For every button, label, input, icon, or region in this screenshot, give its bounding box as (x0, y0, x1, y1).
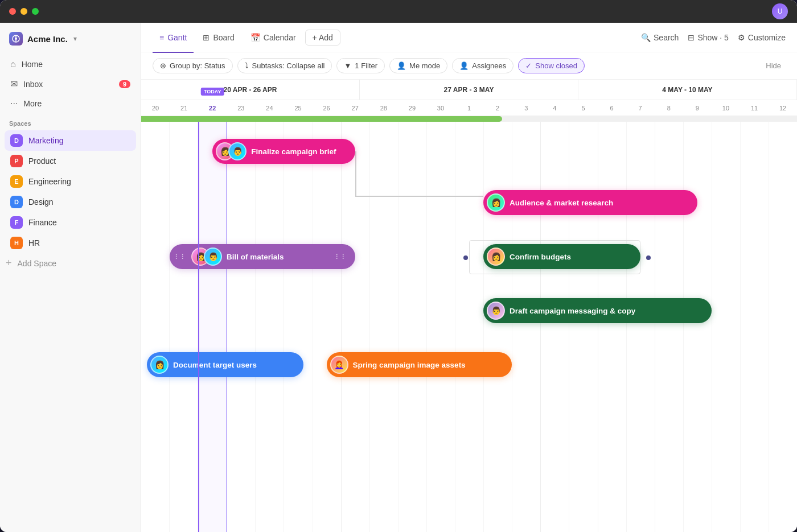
col-1 (170, 122, 198, 532)
subtasks-chip[interactable]: ⤵ Subtasks: Collapse all (237, 58, 332, 73)
group-icon: ⊛ (160, 61, 166, 70)
task-label: Spring campaign image assets (353, 361, 466, 369)
sidebar-item-more[interactable]: ··· More (5, 94, 136, 113)
col-6 (313, 122, 342, 532)
design-badge: D (10, 196, 23, 208)
avatar-6: 👩 (150, 356, 169, 374)
gantt-scroll[interactable]: 👩 👨 Finalize campaign brief 👩 (141, 122, 797, 532)
day-24: 24 (255, 100, 284, 116)
group-by-status-chip[interactable]: ⊛ Group by: Status (153, 58, 233, 73)
col-5 (284, 122, 313, 532)
show-closed-chip[interactable]: ✓ Show closed (518, 58, 585, 73)
minimize-button[interactable] (20, 8, 27, 15)
col-21 (741, 122, 769, 532)
task-bill-of-materials[interactable]: ⋮⋮ 👩 👨 Bill of materials ⋮⋮ (170, 244, 355, 269)
col-10 (427, 122, 455, 532)
home-label: Home (22, 60, 43, 69)
add-view-button[interactable]: + Add (305, 30, 340, 46)
logo-icon (9, 32, 23, 46)
day-11: 11 (740, 100, 769, 116)
col-20 (712, 122, 741, 532)
app-window: U Acme Inc. ▾ ⌂ Home ✉ Inbox 9 (0, 0, 797, 532)
search-label: Search (654, 33, 679, 42)
hide-button[interactable]: Hide (761, 59, 786, 73)
day-numbers-row: 20 21 22 TODAY 23 24 25 26 27 28 29 30 (141, 100, 797, 116)
engineering-label: Engineering (28, 177, 71, 186)
sidebar-logo[interactable]: Acme Inc. ▾ (0, 32, 141, 55)
customize-button[interactable]: ⚙ Customize (738, 33, 786, 42)
sidebar-item-hr[interactable]: H HR (5, 233, 136, 253)
subtasks-label: Subtasks: Collapse all (252, 61, 325, 70)
task-audience-market-research[interactable]: 👩 Audience & market research (483, 190, 697, 215)
me-mode-chip[interactable]: 👤 Me mode (389, 58, 447, 73)
tab-gantt[interactable]: ≡ Gantt (153, 30, 194, 46)
day-21: 21 (170, 100, 198, 116)
sidebar-item-marketing[interactable]: D Marketing (5, 130, 136, 151)
task-label: Audience & market research (510, 199, 613, 207)
task-confirm-budgets[interactable]: 👩 Confirm budgets (483, 244, 640, 269)
task-document-target-users[interactable]: 👩 Document target users (147, 352, 303, 377)
traffic-lights (9, 8, 39, 15)
today-label: TODAY (201, 88, 224, 96)
marketing-label: Marketing (28, 136, 63, 145)
col-18 (655, 122, 684, 532)
sidebar-item-product[interactable]: P Product (5, 151, 136, 171)
maximize-button[interactable] (32, 8, 39, 15)
task-label: Bill of materials (227, 253, 284, 261)
show-button[interactable]: ⊟ Show · 5 (688, 33, 728, 42)
day-30: 30 (426, 100, 455, 116)
drag-left[interactable]: ⋮⋮ (173, 253, 186, 261)
col-today (198, 122, 227, 532)
show-closed-label: Show closed (535, 61, 577, 70)
filter-chip[interactable]: ▼ 1 Filter (336, 58, 385, 73)
subtask-icon: ⤵ (245, 61, 249, 70)
task-finalize-campaign-brief[interactable]: 👩 👨 Finalize campaign brief (212, 139, 355, 164)
task-draft-campaign-messaging[interactable]: 👨 Draft campaign messaging & copy (483, 298, 712, 323)
add-space-button[interactable]: + Add Space (0, 253, 141, 273)
sidebar: Acme Inc. ▾ ⌂ Home ✉ Inbox 9 ··· More S (0, 23, 141, 532)
day-6: 6 (598, 100, 626, 116)
show-label: Show · 5 (697, 33, 728, 42)
design-label: Design (28, 197, 54, 207)
sidebar-item-inbox[interactable]: ✉ Inbox 9 (5, 74, 136, 94)
filter-bar: ⊛ Group by: Status ⤵ Subtasks: Collapse … (141, 52, 797, 80)
sidebar-item-design[interactable]: D Design (5, 192, 136, 212)
hr-label: HR (28, 238, 40, 248)
sidebar-item-finance[interactable]: F Finance (5, 212, 136, 233)
day-4: 4 (540, 100, 569, 116)
close-button[interactable] (9, 8, 16, 15)
task-spring-campaign-image-assets[interactable]: 👩‍🦰 Spring campaign image assets (327, 352, 512, 377)
avatar-4: 👩 (487, 248, 505, 266)
day-7: 7 (626, 100, 655, 116)
avatar-3: 👩 (487, 193, 505, 212)
date-group-3: 4 MAY - 10 MAY (578, 80, 797, 100)
col-11 (455, 122, 484, 532)
user-avatar[interactable]: U (772, 3, 788, 19)
inbox-icon: ✉ (10, 79, 18, 89)
board-icon: ⊞ (203, 33, 209, 42)
col-0 (141, 122, 170, 532)
top-nav-right: 🔍 Search ⊟ Show · 5 ⚙ Customize (641, 33, 786, 42)
col-12 (484, 122, 512, 532)
task-avatars: 👩 👨 (216, 142, 247, 160)
progress-bar (141, 116, 502, 122)
tab-calendar[interactable]: 📅 Calendar (244, 30, 303, 46)
day-12: 12 (769, 100, 797, 116)
plus-icon: + (6, 257, 12, 269)
more-label: More (23, 99, 42, 108)
date-group-headers: 20 APR - 26 APR 27 APR - 3 MAY 4 MAY - 1… (141, 80, 797, 100)
search-icon: 🔍 (641, 33, 651, 42)
col-22 (769, 122, 797, 532)
logo-text: Acme Inc. (27, 34, 68, 44)
progress-bar-container (141, 116, 797, 122)
logo-caret-icon: ▾ (73, 35, 77, 43)
sidebar-item-home[interactable]: ⌂ Home (5, 55, 136, 74)
drag-right[interactable]: ⋮⋮ (334, 253, 346, 261)
sidebar-item-engineering[interactable]: E Engineering (5, 171, 136, 192)
assignees-chip[interactable]: 👤 Assignees (452, 58, 513, 73)
day-2: 2 (483, 100, 512, 116)
avatar-5: 👨 (487, 302, 505, 320)
search-button[interactable]: 🔍 Search (641, 33, 679, 42)
day-26: 26 (313, 100, 341, 116)
tab-board[interactable]: ⊞ Board (196, 30, 241, 46)
